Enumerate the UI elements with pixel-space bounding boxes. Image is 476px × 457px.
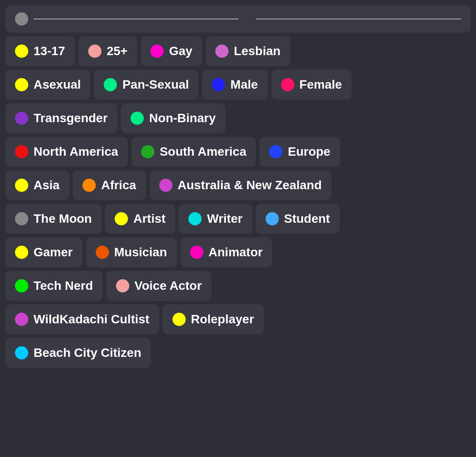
dot-icon bbox=[15, 179, 28, 192]
dot-icon bbox=[115, 212, 128, 225]
tag-label: Lesbian bbox=[234, 44, 281, 58]
header-line-right bbox=[256, 19, 461, 19]
tag-label: Asia bbox=[34, 178, 60, 192]
tag-label: Australia & New Zealand bbox=[178, 178, 322, 192]
dot-icon bbox=[104, 78, 117, 91]
tag-label: Musician bbox=[114, 245, 167, 259]
tag-label: Roleplayer bbox=[191, 312, 254, 326]
tags-container: 13-1725+GayLesbianAsexualPan-SexualMaleF… bbox=[5, 36, 471, 368]
dot-icon bbox=[15, 145, 28, 158]
dot-icon bbox=[15, 212, 28, 225]
tag-row-4: AsiaAfricaAustralia & New Zealand bbox=[5, 170, 471, 200]
tag-row-2: TransgenderNon-Binary bbox=[5, 103, 471, 133]
dot-icon bbox=[141, 145, 154, 158]
tag-item[interactable]: Beach City Citizen bbox=[5, 338, 151, 368]
header-dot bbox=[15, 12, 28, 26]
tag-row-5: The MoonArtistWriterStudent bbox=[5, 204, 471, 234]
tag-item[interactable]: Pan-Sexual bbox=[94, 70, 199, 100]
tag-row-0: 13-1725+GayLesbian bbox=[5, 36, 471, 66]
tag-row-1: AsexualPan-SexualMaleFemale bbox=[5, 70, 471, 100]
tag-item[interactable]: Animator bbox=[180, 237, 273, 267]
dot-icon bbox=[88, 45, 101, 58]
tag-item[interactable]: Australia & New Zealand bbox=[150, 170, 332, 200]
tag-label: Europe bbox=[288, 145, 330, 159]
tag-label: Female bbox=[300, 78, 342, 92]
tag-label: Pan-Sexual bbox=[122, 78, 189, 92]
dot-icon bbox=[96, 246, 109, 259]
tag-item[interactable]: Non-Binary bbox=[121, 103, 225, 133]
tag-label: Asexual bbox=[34, 78, 81, 92]
tag-item[interactable]: Transgender bbox=[5, 103, 117, 133]
dot-icon bbox=[172, 313, 186, 326]
tag-item[interactable]: Africa bbox=[73, 170, 146, 200]
dot-icon bbox=[15, 246, 28, 259]
tag-label: South America bbox=[160, 145, 247, 159]
tag-label: Transgender bbox=[34, 111, 108, 125]
dot-icon bbox=[266, 212, 279, 225]
tag-label: Beach City Citizen bbox=[34, 346, 141, 360]
tag-label: Gay bbox=[169, 44, 192, 58]
tag-item[interactable]: Asia bbox=[5, 170, 69, 200]
tag-label: 13-17 bbox=[34, 44, 65, 58]
dot-icon bbox=[215, 45, 229, 58]
tag-row-7: Tech NerdVoice Actor bbox=[5, 271, 471, 301]
tag-label: Africa bbox=[101, 178, 136, 192]
dot-icon bbox=[269, 145, 282, 158]
tag-item[interactable]: The Moon bbox=[5, 204, 101, 234]
dot-icon bbox=[82, 179, 96, 192]
dot-icon bbox=[190, 246, 203, 259]
tag-item[interactable]: Lesbian bbox=[206, 36, 290, 66]
header-section bbox=[5, 5, 471, 33]
tag-item[interactable]: Gamer bbox=[5, 237, 82, 267]
tag-label: Writer bbox=[207, 212, 242, 226]
tag-item[interactable]: 25+ bbox=[79, 36, 138, 66]
dot-icon bbox=[212, 78, 225, 91]
dot-icon bbox=[150, 45, 164, 58]
tag-label: WildKadachi Cultist bbox=[34, 312, 150, 326]
tag-item[interactable]: Female bbox=[271, 70, 352, 100]
tag-label: Artist bbox=[133, 212, 165, 226]
tag-item[interactable]: Roleplayer bbox=[163, 304, 264, 334]
tag-item[interactable]: Tech Nerd bbox=[5, 271, 103, 301]
tag-label: 25+ bbox=[107, 44, 128, 58]
tag-label: Voice Actor bbox=[135, 279, 202, 293]
tag-label: Male bbox=[230, 78, 258, 92]
tag-row-9: Beach City Citizen bbox=[5, 338, 471, 368]
tag-item[interactable]: South America bbox=[131, 137, 256, 167]
tag-item[interactable]: Student bbox=[256, 204, 340, 234]
dot-icon bbox=[188, 212, 202, 225]
tag-label: Gamer bbox=[34, 245, 73, 259]
tag-item[interactable]: Male bbox=[202, 70, 267, 100]
tag-item[interactable]: 13-17 bbox=[5, 36, 75, 66]
tag-label: Tech Nerd bbox=[34, 279, 93, 293]
tag-row-6: GamerMusicianAnimator bbox=[5, 237, 471, 267]
dot-icon bbox=[281, 78, 294, 91]
tag-item[interactable]: Asexual bbox=[5, 70, 90, 100]
tag-item[interactable]: North America bbox=[5, 137, 128, 167]
tag-item[interactable]: Europe bbox=[259, 137, 340, 167]
dot-icon bbox=[116, 279, 129, 292]
tag-label: Animator bbox=[209, 245, 263, 259]
dot-icon bbox=[159, 179, 172, 192]
dot-icon bbox=[15, 346, 28, 360]
tag-item[interactable]: Writer bbox=[179, 204, 252, 234]
header-line-left bbox=[34, 19, 239, 19]
tag-row-8: WildKadachi CultistRoleplayer bbox=[5, 304, 471, 334]
dot-icon bbox=[15, 112, 28, 125]
dot-icon bbox=[131, 112, 144, 125]
tag-label: Non-Binary bbox=[149, 111, 216, 125]
tag-item[interactable]: Artist bbox=[105, 204, 175, 234]
dot-icon bbox=[15, 313, 28, 326]
dot-icon bbox=[15, 279, 28, 292]
tag-item[interactable]: Voice Actor bbox=[106, 271, 211, 301]
tag-item[interactable]: Gay bbox=[141, 36, 202, 66]
tag-item[interactable]: WildKadachi Cultist bbox=[5, 304, 159, 334]
tag-label: North America bbox=[34, 145, 118, 159]
tag-label: Student bbox=[284, 212, 330, 226]
dot-icon bbox=[15, 78, 28, 91]
tag-item[interactable]: Musician bbox=[86, 237, 177, 267]
tag-row-3: North AmericaSouth AmericaEurope bbox=[5, 137, 471, 167]
tag-label: The Moon bbox=[34, 212, 92, 226]
dot-icon bbox=[15, 45, 28, 58]
